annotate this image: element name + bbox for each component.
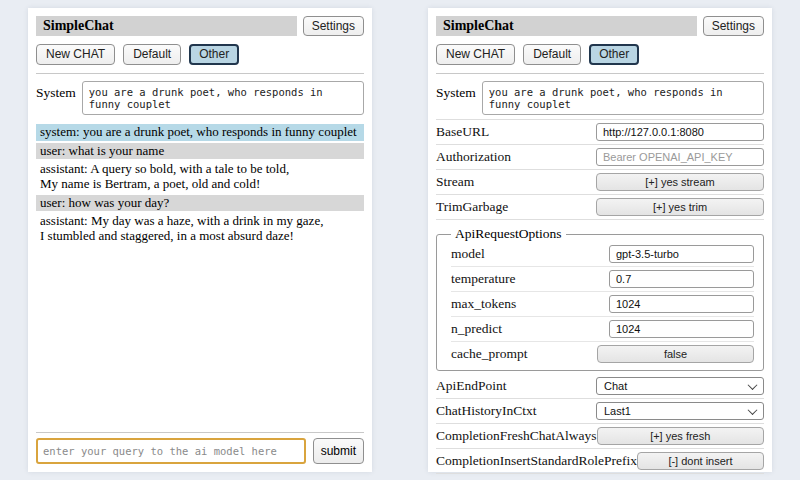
chathistoryinctxt-selected-value: Last1 (604, 405, 631, 417)
settings-row-model: model (451, 242, 754, 267)
max-tokens-input[interactable] (609, 295, 754, 313)
settings-list: BaseURL Authorization Stream [+] yes str… (436, 119, 764, 220)
header: SimpleChat Settings (436, 16, 764, 36)
settings-list-bottom: ApiEndPoint Chat ChatHistoryInCtxt Last1… (436, 374, 764, 474)
completionfresh-toggle-button[interactable]: [+] yes fresh (597, 427, 765, 445)
field-label: Authorization (436, 149, 511, 165)
session-button-default[interactable]: Default (523, 44, 581, 65)
settings-row-max-tokens: max_tokens (451, 292, 754, 317)
api-request-options-legend: ApiRequestOptions (451, 226, 566, 242)
settings-panel: SimpleChat Settings New CHAT Default Oth… (428, 8, 772, 472)
apiendpoint-selected-value: Chat (604, 380, 627, 392)
query-area: submit (436, 474, 764, 480)
new-chat-button[interactable]: New CHAT (36, 44, 115, 65)
separator (36, 73, 364, 74)
query-row: submit (36, 438, 364, 464)
system-prompt-row: System you are a drunk poet, who respond… (436, 81, 764, 115)
system-prompt-input[interactable]: you are a drunk poet, who responds in fu… (482, 81, 764, 115)
roleprefix-toggle-button[interactable]: [-] dont insert (637, 452, 764, 470)
settings-row-baseurl: BaseURL (436, 120, 764, 145)
authorization-input[interactable] (596, 148, 764, 166)
system-prompt-label: System (36, 81, 76, 115)
system-prompt-label: System (436, 81, 476, 115)
stream-toggle-button[interactable]: [+] yes stream (596, 173, 764, 191)
settings-button[interactable]: Settings (303, 16, 364, 36)
field-label: TrimGarbage (436, 199, 508, 215)
chat-message-user: user: what is your name (36, 143, 364, 160)
settings-row-completionfreshchatalways: CompletionFreshChatAlways [+] yes fresh (436, 424, 764, 449)
chathistoryinctxt-select[interactable]: Last1 (596, 402, 764, 420)
temperature-input[interactable] (609, 270, 754, 288)
field-label: Stream (436, 174, 474, 190)
field-label: CompletionFreshChatAlways (436, 428, 597, 444)
field-label: model (451, 246, 485, 262)
settings-row-trimgarbage: TrimGarbage [+] yes trim (436, 195, 764, 220)
settings-row-completioninsertstandardroleprefix: CompletionInsertStandardRolePrefix [-] d… (436, 449, 764, 474)
system-prompt-row: System you are a drunk poet, who respond… (36, 81, 364, 115)
settings-row-apiendpoint: ApiEndPoint Chat (436, 374, 764, 399)
field-label: n_predict (451, 321, 502, 337)
header: SimpleChat Settings (36, 16, 364, 36)
model-input[interactable] (609, 245, 754, 263)
field-label: CompletionInsertStandardRolePrefix (436, 453, 637, 469)
settings-row-n-predict: n_predict (451, 317, 754, 342)
session-button-default[interactable]: Default (123, 44, 181, 65)
baseurl-input[interactable] (596, 123, 764, 141)
chat-message-assistant: assistant: A query so bold, with a tale … (36, 161, 364, 192)
system-prompt-input[interactable]: you are a drunk poet, who responds in fu… (82, 81, 364, 115)
n-predict-input[interactable] (609, 320, 754, 338)
page: SimpleChat Settings New CHAT Default Oth… (0, 0, 800, 480)
settings-row-temperature: temperature (451, 267, 754, 292)
chat-message-system: system: you are a drunk poet, who respon… (36, 124, 364, 141)
session-toolbar: New CHAT Default Other (36, 44, 364, 65)
settings-row-cache-prompt: cache_prompt false (451, 342, 754, 366)
field-label: max_tokens (451, 296, 516, 312)
app-title: SimpleChat (436, 16, 697, 36)
submit-button[interactable]: submit (313, 438, 364, 464)
field-label: BaseURL (436, 124, 489, 140)
field-label: temperature (451, 271, 515, 287)
cache-prompt-toggle-button[interactable]: false (597, 345, 754, 363)
session-button-other[interactable]: Other (189, 44, 239, 65)
settings-row-chathistoryinctxt: ChatHistoryInCtxt Last1 (436, 399, 764, 424)
settings-row-stream: Stream [+] yes stream (436, 170, 764, 195)
field-label: cache_prompt (451, 346, 527, 362)
trimgarbage-toggle-button[interactable]: [+] yes trim (596, 198, 764, 216)
chevron-down-icon (748, 405, 758, 415)
chevron-down-icon (748, 380, 758, 390)
settings-button[interactable]: Settings (703, 16, 764, 36)
separator (436, 73, 764, 74)
field-label: ChatHistoryInCtxt (436, 403, 537, 419)
chat-message-user: user: how was your day? (36, 195, 364, 212)
new-chat-button[interactable]: New CHAT (436, 44, 515, 65)
chat-log: system: you are a drunk poet, who respon… (36, 124, 364, 247)
app-title: SimpleChat (36, 16, 297, 36)
chat-panel: SimpleChat Settings New CHAT Default Oth… (28, 8, 372, 472)
query-input[interactable] (36, 438, 306, 464)
chat-message-assistant: assistant: My day was a haze, with a dri… (36, 213, 364, 244)
field-label: ApiEndPoint (436, 378, 507, 394)
query-area: submit (36, 424, 364, 464)
settings-row-authorization: Authorization (436, 145, 764, 170)
session-button-other[interactable]: Other (589, 44, 639, 65)
separator (36, 432, 364, 433)
apiendpoint-select[interactable]: Chat (596, 377, 764, 395)
session-toolbar: New CHAT Default Other (436, 44, 764, 65)
api-request-options-fieldset: ApiRequestOptions model temperature max_… (436, 226, 764, 371)
